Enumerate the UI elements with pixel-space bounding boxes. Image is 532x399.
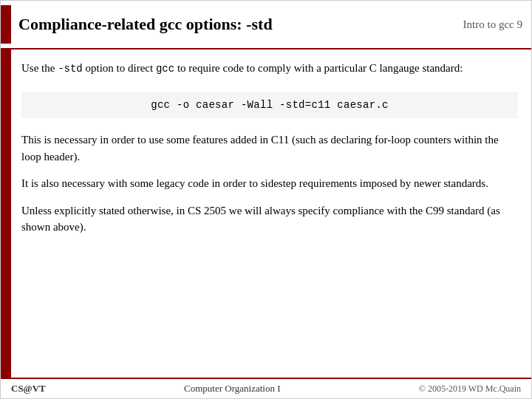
- content-body: Use the -std option to direct gcc to req…: [11, 50, 531, 378]
- inline-code-gcc: gcc: [156, 63, 174, 75]
- header: Compliance-related gcc options: -std Int…: [1, 1, 531, 50]
- code-block: gcc -o caesar -Wall -std=c11 caesar.c: [21, 92, 518, 118]
- code-text: gcc -o caesar -Wall -std=c11 caesar.c: [151, 99, 389, 111]
- slide: Compliance-related gcc options: -std Int…: [0, 0, 532, 399]
- header-accent-bar: [1, 5, 11, 44]
- content-accent-bar: [1, 50, 11, 378]
- paragraph-4: Unless explicitly stated otherwise, in C…: [21, 202, 518, 236]
- inline-code-std: -std: [58, 63, 83, 75]
- slide-title: Compliance-related gcc options: -std: [18, 15, 463, 34]
- paragraph-1: Use the -std option to direct gcc to req…: [21, 60, 518, 77]
- footer-right: © 2005-2019 WD Mc.Quain: [419, 383, 521, 395]
- paragraph-3: It is also necessary with some legacy co…: [21, 175, 518, 192]
- paragraph-2: This is necessary in order to use some f…: [21, 132, 518, 165]
- content-area: Use the -std option to direct gcc to req…: [1, 50, 531, 378]
- slide-meta: Intro to gcc 9: [463, 18, 522, 31]
- footer: CS@VT Computer Organization I © 2005-201…: [1, 378, 531, 398]
- footer-left: CS@VT: [11, 383, 46, 395]
- footer-center: Computer Organization I: [184, 383, 280, 395]
